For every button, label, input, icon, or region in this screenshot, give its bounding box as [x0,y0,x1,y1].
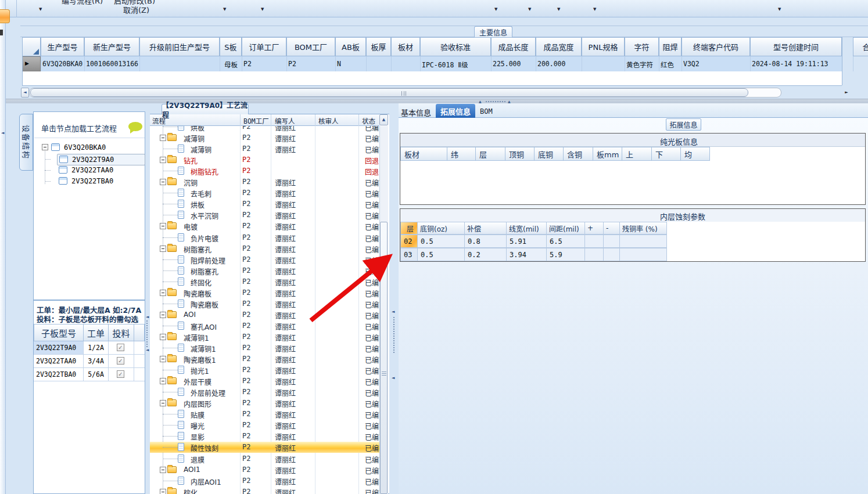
bare-board-col-header[interactable]: 纬 [447,147,476,161]
tab-basic-info[interactable]: 基本信息 [401,107,431,118]
grid-col-header[interactable]: 字符 [625,37,659,56]
process-row[interactable]: AOI1P2谭丽红已编写 [150,464,379,475]
bare-board-col-header[interactable]: 下 [651,147,681,161]
process-row[interactable]: 外层干膜P2谭丽红已编写 [150,376,379,387]
col-header-auditor[interactable]: 核审人 [318,116,339,125]
expand-box-icon[interactable] [160,290,166,296]
expand-box-icon[interactable] [160,378,166,384]
horizontal-splitter[interactable]: ▲ ▲ [0,99,868,103]
chevron-down-icon[interactable]: ▼ [778,8,781,12]
grid-col-header[interactable]: 成品长度 [491,37,536,56]
mid-splitter-arrow-icon[interactable]: ◄ [392,376,394,380]
process-row[interactable]: 烘板P2谭丽红已编写 [150,199,379,210]
grid-col-header[interactable]: 型号创建时间 [750,37,842,56]
bare-board-col-header[interactable]: 顶铜 [505,147,535,161]
grid-col-header[interactable]: 生产型号 [41,37,84,56]
chevron-down-icon[interactable]: ▼ [261,8,264,12]
chevron-down-icon[interactable]: ▼ [593,8,596,12]
process-row[interactable]: 外层前处理P2谭丽红已编写 [150,387,379,398]
grid-col-header[interactable]: 成品宽度 [536,37,582,56]
tab-extended-info[interactable]: 拓展信息 [436,104,475,118]
corner-tab-extended-info[interactable]: 拓展信息 [666,118,701,131]
process-flow-tab[interactable]: 【2V3Q22T9A0】工艺流程 [162,104,249,114]
bare-board-col-header[interactable]: 含铜 [563,147,593,161]
tree-node-child[interactable]: 2V3Q22TBA0 [57,176,144,186]
subboard-col-header[interactable]: 工单 [83,324,109,341]
process-row[interactable]: 减薄铜P2谭丽红已编写 [150,143,379,154]
process-row[interactable]: 电镀P2谭丽红已编写 [150,221,379,232]
vscroll-up-button[interactable]: ▲ [379,114,388,125]
grid-corner-cell[interactable] [22,37,41,56]
process-row[interactable]: 显影P2谭丽红已编写 [150,431,379,442]
grid-col-header[interactable]: AB板 [335,37,366,56]
subboard-model-cell[interactable]: 2V3Q22TBA0 [34,368,84,381]
expand-box-icon[interactable] [160,157,166,163]
process-row[interactable]: 烘板P2谭丽红已编写 [150,126,379,132]
etch-col-header[interactable]: 底铜(oz) [417,222,465,235]
process-row[interactable]: 减薄铜1P2谭丽红已编写 [150,342,379,354]
grid-col-header[interactable]: 新生产型号 [84,37,139,56]
col-header-status[interactable]: 状态 [362,116,375,125]
process-row[interactable]: 树脂钻孔P2回退 [150,165,379,176]
subboard-col-header[interactable]: 投料 [108,324,134,341]
etch-col-header[interactable]: 间距(mil) [546,222,585,235]
process-row[interactable]: 退膜P2谭丽红已编写 [150,453,379,464]
process-row[interactable]: 内层图形P2谭丽红已编写 [150,398,379,409]
chevron-down-icon[interactable]: ▼ [223,8,226,12]
expand-box-icon[interactable] [160,334,166,340]
grid-col-header[interactable]: BOM工厂 [286,37,335,56]
subboard-col-header[interactable]: 子板型号 [34,324,84,341]
bare-board-col-header[interactable]: 上 [622,147,652,161]
checkbox-checked-icon[interactable]: ✓ [117,357,124,365]
menu-item-write-flow[interactable]: 编写流程(R) [62,0,103,6]
tab-main-info[interactable]: 主要信息 [474,26,512,37]
checkbox-checked-icon[interactable]: ✓ [117,344,124,351]
process-row[interactable]: 贴膜P2谭丽红已编写 [150,409,379,420]
grid-col-header[interactable]: 阻焊 [659,37,682,56]
menu-item-cancel[interactable]: 取消(Z) [123,4,149,15]
device-structure-dock-tab[interactable]: 设备结构 [19,114,33,171]
row-indicator-cell[interactable]: ▶ [22,56,41,71]
expand-box-icon[interactable] [160,467,166,473]
hscroll-left-button[interactable]: ◄ [21,88,29,98]
grid-col-header[interactable]: 升级前旧生产型号 [139,37,220,56]
grid-col-header[interactable]: PNL规格 [582,37,625,56]
process-row[interactable]: 抛光1P2谭丽红已编写 [150,365,379,376]
grid-col-header[interactable]: 订单工厂 [242,37,286,56]
process-row[interactable]: 棕化P2谭丽红已编写 [150,486,379,494]
expand-box-icon[interactable] [160,489,166,494]
bare-board-col-header[interactable]: 底铜 [534,147,564,161]
orange-dock-item[interactable] [0,9,10,23]
process-row[interactable]: 沉铜P2谭丽红已编写 [150,176,379,187]
process-row[interactable]: 陶瓷磨板1P2谭丽红已编写 [150,354,379,365]
process-row[interactable]: 减薄铜P2谭丽红已编写 [150,132,379,143]
bare-board-col-header[interactable]: 层 [475,147,505,161]
bare-board-col-header[interactable]: 板材 [400,147,447,161]
grid-col-header[interactable]: 终端客户代码 [682,37,750,56]
expand-box-icon[interactable] [160,223,166,229]
process-row[interactable]: 酸性蚀刻P2谭丽红已编写 [150,442,379,453]
col-header-writer[interactable]: 编写人 [275,116,295,125]
etch-col-header[interactable]: 线宽(mil) [506,222,547,235]
dock-collapse-icon[interactable]: ◄ [1,131,4,135]
expand-box-icon[interactable] [160,356,166,362]
expand-box-icon[interactable] [160,312,166,318]
tab-bom[interactable]: BOM [480,107,493,116]
tree-node-child[interactable]: 2V3Q22TAA0 [57,165,144,175]
subboard-model-cell[interactable]: 2V3Q22T9A0 [34,341,84,355]
etch-col-header[interactable]: - [603,222,620,235]
tree-node-child[interactable]: 2V3Q22T9A0 [57,154,145,165]
chevron-down-icon[interactable]: ▼ [494,8,497,12]
expand-box-icon[interactable] [160,179,166,185]
expand-box-icon[interactable] [160,400,166,406]
etch-col-header[interactable]: 层 [400,222,418,235]
tree-node-root[interactable]: 6V3Q20BKA0 [34,142,145,153]
left-splitter-grip[interactable] [146,320,148,347]
chevron-down-icon[interactable]: ▼ [39,8,42,12]
left-splitter-arrow-icon[interactable]: ◄ [146,315,149,319]
checkbox-checked-icon[interactable]: ✓ [117,370,124,378]
process-row[interactable]: 减薄铜1P2谭丽红已编写 [150,331,379,342]
bare-board-col-header[interactable]: 板mm [593,147,622,161]
grid-col-header[interactable]: S板 [220,37,242,56]
grid-col-header[interactable]: 合 [853,37,868,56]
